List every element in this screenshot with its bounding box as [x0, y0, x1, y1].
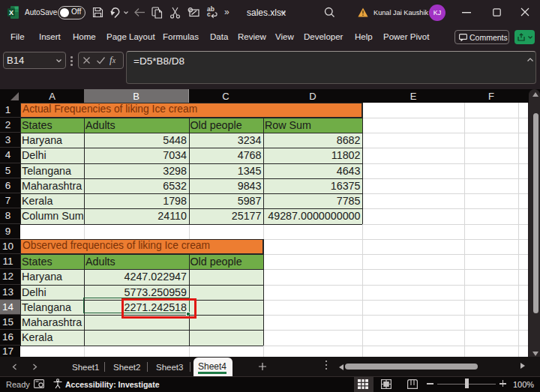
svg-text:X: X [9, 9, 14, 16]
